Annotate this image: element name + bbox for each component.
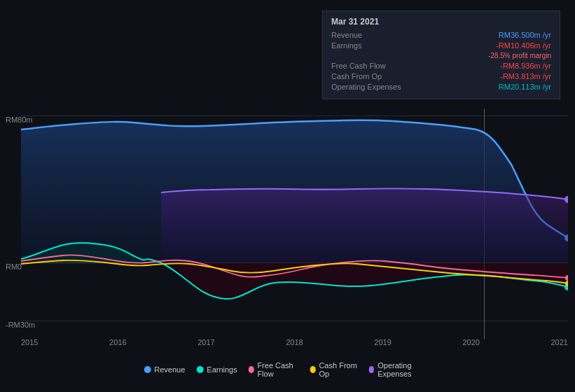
tooltip-earnings-value: -RM10.406m /yr	[496, 41, 551, 50]
tooltip-cashop-label: Cash From Op	[331, 72, 408, 80]
x-label-2016: 2016	[109, 338, 126, 346]
tooltip-earnings-row: Earnings -RM10.406m /yr	[331, 41, 551, 50]
tooltip-cashop-row: Cash From Op -RM3.813m /yr	[331, 72, 551, 80]
tooltip: Mar 31 2021 Revenue RM36.500m /yr Earnin…	[322, 10, 560, 99]
legend-dot-revenue	[144, 366, 151, 373]
opex-area	[161, 188, 568, 262]
tooltip-fcf-row: Free Cash Flow -RM8.936m /yr	[331, 62, 551, 70]
legend-label-revenue: Revenue	[154, 365, 185, 374]
chart-svg	[21, 108, 568, 340]
y-label-0: RM0	[6, 262, 22, 271]
chart-svg-area[interactable]	[21, 108, 568, 340]
tooltip-opex-value: RM20.113m /yr	[499, 83, 551, 91]
x-label-2015: 2015	[21, 338, 38, 346]
x-label-2020: 2020	[462, 338, 479, 346]
x-label-2018: 2018	[286, 338, 303, 346]
tooltip-revenue-value: RM36.500m /yr	[499, 31, 551, 39]
legend-dot-cashop	[310, 366, 316, 373]
x-axis-labels: 2015 2016 2017 2018 2019 2020 2021	[21, 338, 568, 346]
tooltip-revenue-label: Revenue	[331, 31, 408, 39]
legend-cashop[interactable]: Cash From Op	[310, 361, 358, 378]
legend: Revenue Earnings Free Cash Flow Cash Fro…	[144, 361, 431, 378]
tooltip-earnings-label: Earnings	[331, 41, 408, 50]
tooltip-margin-value: -28.5% profit margin	[488, 52, 551, 59]
legend-revenue[interactable]: Revenue	[144, 365, 185, 374]
legend-label-cashop: Cash From Op	[319, 361, 357, 378]
tooltip-revenue-row: Revenue RM36.500m /yr	[331, 31, 551, 39]
tooltip-opex-row: Operating Expenses RM20.113m /yr	[331, 83, 551, 91]
tooltip-opex-label: Operating Expenses	[331, 83, 408, 91]
x-label-2019: 2019	[374, 338, 391, 346]
legend-label-earnings: Earnings	[207, 365, 237, 374]
chart-container: Mar 31 2021 Revenue RM36.500m /yr Earnin…	[0, 0, 575, 392]
tooltip-margin-row: -28.5% profit margin	[331, 52, 551, 59]
legend-fcf[interactable]: Free Cash Flow	[249, 361, 299, 378]
legend-opex[interactable]: Operating Expenses	[369, 361, 431, 378]
tooltip-cashop-value: -RM3.813m /yr	[500, 72, 551, 80]
x-label-2021: 2021	[550, 338, 567, 346]
legend-label-opex: Operating Expenses	[377, 361, 431, 378]
x-label-2017: 2017	[198, 338, 214, 346]
legend-dot-opex	[369, 366, 375, 373]
tooltip-date: Mar 31 2021	[331, 17, 551, 27]
legend-earnings[interactable]: Earnings	[196, 365, 237, 374]
tooltip-fcf-value: -RM8.936m /yr	[500, 62, 551, 70]
legend-label-fcf: Free Cash Flow	[257, 361, 298, 378]
legend-dot-fcf	[249, 366, 254, 373]
legend-dot-earnings	[196, 366, 203, 373]
tooltip-fcf-label: Free Cash Flow	[331, 62, 408, 70]
earnings-neg-area	[147, 259, 568, 299]
